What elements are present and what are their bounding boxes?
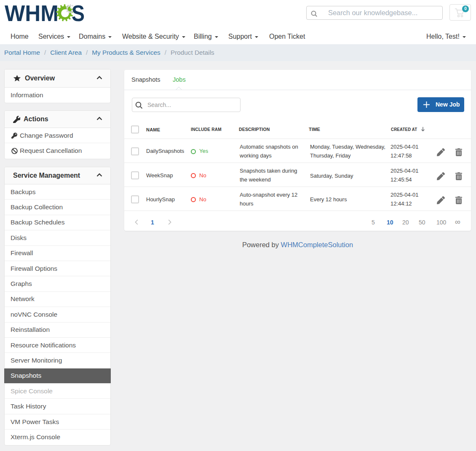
- svg-text:WHM: WHM: [5, 2, 59, 25]
- svg-text:S: S: [72, 2, 85, 25]
